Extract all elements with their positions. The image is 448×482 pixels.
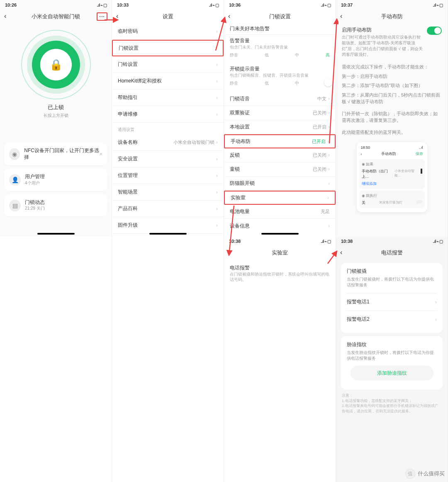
note-2: 此功能需搭配支持的蓝牙网关。 xyxy=(336,126,448,138)
enable-title: 启用手动布防 xyxy=(342,27,424,34)
row-label: 报警电话1 xyxy=(347,298,370,305)
row-label: 设备信息 xyxy=(230,223,250,230)
row-dual-verify[interactable]: 双重验证已关闭› xyxy=(224,106,336,120)
enable-toggle[interactable] xyxy=(427,27,442,35)
inset-if: 如果 xyxy=(366,162,373,166)
inset-cond: 手动布防（出门上… xyxy=(362,169,394,179)
chevron-icon: › xyxy=(216,189,218,195)
unlock-vol-title: 开锁提示音量 xyxy=(224,61,336,73)
slider-tick: 静音 xyxy=(230,52,238,58)
phone-2-row[interactable]: 报警电话2› xyxy=(347,311,437,328)
status-bar: 10:36 ..ıl ⌁ ▢ xyxy=(224,0,336,10)
header-title: 电话报警 xyxy=(381,249,403,257)
slider-tick: 高 xyxy=(326,52,330,58)
user-sub: 4个用户 xyxy=(25,180,45,186)
watermark: 值 什么值得买 xyxy=(405,469,445,479)
back-icon[interactable]: ‹ xyxy=(228,12,230,20)
back-icon[interactable]: ‹ xyxy=(116,12,118,20)
back-icon[interactable]: ‹ xyxy=(4,12,6,20)
chevron-icon: › xyxy=(216,111,218,117)
row-local[interactable]: 本地设置已开启› xyxy=(224,120,336,134)
row-label: 固件升级 xyxy=(118,222,138,229)
row-label: 门未关好本地告警 xyxy=(230,25,270,32)
header: ‹ 电话报警 xyxy=(336,246,448,259)
status-time: 10:33 xyxy=(117,2,129,7)
row-temp-pwd[interactable]: 临时密码› xyxy=(112,23,224,40)
row-voice[interactable]: 门锁语音中文› xyxy=(224,92,336,106)
status-icons: ..ıl ⌁ ▢ xyxy=(321,239,331,244)
watermark-text: 什么值得买 xyxy=(418,470,445,477)
row-lock-settings[interactable]: 门锁设置› xyxy=(112,40,224,56)
chevron-icon: › xyxy=(216,206,218,212)
inset-title: 手动布防 xyxy=(381,151,396,157)
status-bar: 10:38 ..ıl ⌁ ▢ xyxy=(336,236,448,246)
phone-1-row[interactable]: 报警电话1› xyxy=(347,293,437,310)
row-label: 门铃设置 xyxy=(118,61,138,68)
phone-alarm-title[interactable]: 电话报警 xyxy=(224,259,336,271)
chevron-icon: › xyxy=(216,29,218,34)
step-2: 第二步：添加"手动布防"联动（如下图） xyxy=(336,82,448,92)
row-wiki[interactable]: 产品百科› xyxy=(112,201,224,217)
lock-status-circle[interactable]: 🔒 xyxy=(27,36,85,94)
pry-card: 门锁被撬 当发生门锁被撬时，将拨打以下电话为你提供电话报警服务 报警电话1› 报… xyxy=(341,263,443,333)
screen-lock-home: 10:26 ..ıl ⌁ ▢ ‹ 小米全自动智能门锁 ⋮ 🔒 已上锁 长按上方开… xyxy=(0,0,112,236)
steps-intro: 需依次完成以下操作，手动布防才能生效： xyxy=(336,61,448,73)
row-help-guide[interactable]: 帮助指引› xyxy=(112,90,224,106)
user-mgmt-card[interactable]: 👤 用户管理 4个用户 xyxy=(4,169,107,191)
row-device-info[interactable]: 设备信息› xyxy=(224,219,336,233)
back-icon[interactable]: ‹ xyxy=(228,249,230,256)
alarm-vol-slider[interactable]: 静音 低 中 高 xyxy=(230,52,330,58)
unlock-vol-slider[interactable]: 静音 低 中 高 xyxy=(230,80,330,86)
alarm-vol-title: 告警音量 xyxy=(224,35,336,44)
lock-status-sub: 长按上方开锁 xyxy=(44,113,68,119)
add-force-fp-button[interactable]: 添加胁迫指纹 xyxy=(351,366,433,380)
nfc-title: NFC设备开门回家，让开门更多选择 xyxy=(24,148,99,160)
row-lab[interactable]: 实验室› xyxy=(224,191,336,205)
user-title: 用户管理 xyxy=(25,174,45,180)
row-label: 反锁 xyxy=(230,152,240,159)
header-title: 实验室 xyxy=(272,249,288,257)
status-icons: ..ıl ⌁ ▢ xyxy=(97,3,107,7)
pry-desc: 当发生门锁被撬时，将拨打以下电话为你提供电话报警服务 xyxy=(347,276,437,288)
screen-lock-settings: 10:36 ..ıl ⌁ ▢ ‹ 门锁设置 门未关好本地告警 告警音量 包含门未… xyxy=(224,0,336,236)
chevron-icon: › xyxy=(216,78,218,84)
row-bell[interactable]: 门铃设置› xyxy=(112,56,224,73)
close-icon[interactable]: × xyxy=(99,151,102,157)
inset-screenshot: 18:50..ıl ‹ 手动布防 保存 ◉ 如果 手动布防（出门上… 小米全自动… xyxy=(357,142,427,212)
user-icon: 👤 xyxy=(9,174,21,186)
log-sub: 21:29 关门 xyxy=(25,206,45,211)
header-title: 门锁设置 xyxy=(269,13,291,20)
row-device-name[interactable]: 设备名称小米全自动智能门锁› xyxy=(112,134,224,151)
row-firmware[interactable]: 固件升级› xyxy=(112,217,224,234)
slider-knob[interactable] xyxy=(324,78,332,87)
row-location[interactable]: 位置管理› xyxy=(112,167,224,184)
status-bar: 10:37 ..ıl ⌁ ▢ xyxy=(336,0,448,10)
step-3: 第三步：从屋内出门后关门，5秒内点击门锁前面板 √ 键激活手动布防 xyxy=(336,92,448,108)
row-security[interactable]: 安全设置› xyxy=(112,151,224,167)
status-time: 10:38 xyxy=(229,239,241,244)
more-icon[interactable]: ⋮ xyxy=(97,12,107,21)
chevron-icon: › xyxy=(215,45,217,51)
inset-cond-dev: 小米全自动智能… xyxy=(394,169,421,179)
row-scene[interactable]: 智能场景› xyxy=(112,184,224,201)
row-arm[interactable]: 手动布防已开启› xyxy=(224,134,336,148)
back-icon[interactable]: ‹ xyxy=(340,12,342,20)
log-card[interactable]: ▤ 门锁动态 21:29 关门 xyxy=(4,194,107,217)
row-value: 中文 xyxy=(317,96,326,101)
status-time: 10:38 xyxy=(341,239,353,244)
status-bar: 10:26 ..ıl ⌁ ▢ xyxy=(0,0,112,10)
row-deadlock[interactable]: 反锁已关闭› xyxy=(224,148,336,162)
status-icons: ..ıl ⌁ ▢ xyxy=(433,3,443,7)
row-label: 防猫眼开锁 xyxy=(230,180,255,187)
row-childlock[interactable]: 童锁已关闭› xyxy=(224,162,336,177)
back-icon[interactable]: ‹ xyxy=(340,249,342,256)
nfc-card[interactable]: ◉ NFC设备开门回家，让开门更多选择 × xyxy=(4,143,107,165)
screen-lab: 10:38 ..ıl ⌁ ▢ ‹ 实验室 电话报警 在门锁被撬和胁迫指纹开锁时，… xyxy=(224,236,336,482)
row-homekit[interactable]: HomeKit绑定和授权› xyxy=(112,73,224,90)
chevron-icon: › xyxy=(327,138,329,144)
row-door-open-alarm[interactable]: 门未关好本地告警 xyxy=(224,23,336,35)
row-label: 位置管理 xyxy=(118,172,138,179)
pry-title: 门锁被撬 xyxy=(347,268,437,275)
row-peephole[interactable]: 防猫眼开锁› xyxy=(224,177,336,191)
row-repair[interactable]: 申请维修› xyxy=(112,106,224,123)
